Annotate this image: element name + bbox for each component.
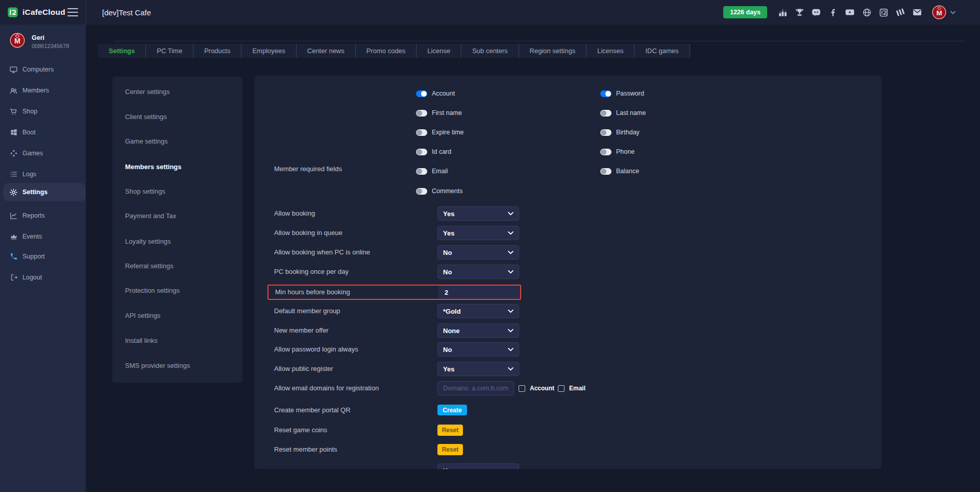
settings-menu-item-members[interactable]: Members settings	[125, 162, 182, 172]
form-row: Allow password login always No	[254, 342, 881, 357]
tab-promo-codes[interactable]: Promo codes	[356, 44, 417, 58]
settings-menu-item-api[interactable]: API settings	[125, 311, 160, 320]
chevron-down-icon	[508, 231, 513, 235]
min-hours-input[interactable]	[438, 286, 520, 299]
comments-toggle[interactable]	[416, 188, 427, 195]
sidebar-item-support[interactable]: Support	[0, 247, 86, 266]
cafe-title: [dev]Test Cafe	[102, 0, 151, 25]
password-toggle[interactable]	[600, 90, 611, 97]
tab-sub-centers[interactable]: Sub centers	[461, 44, 519, 58]
sidebar-item-reports[interactable]: Reports	[0, 206, 86, 225]
brand-name: iCafeCloud	[22, 8, 65, 17]
form-row: Reset member points Reset	[254, 442, 881, 457]
first-name-toggle[interactable]	[416, 110, 427, 116]
allow-booking-in-queue-select[interactable]: Yes	[437, 226, 519, 240]
settings-menu-item-payment[interactable]: Payment and Tax	[125, 212, 176, 221]
topbar-right: 1226 days M	[723, 0, 955, 25]
reset-member-points-button[interactable]: Reset	[437, 444, 463, 455]
ranking-icon[interactable]	[777, 7, 788, 17]
facebook-icon[interactable]	[828, 7, 838, 17]
icafecloud-site-icon[interactable]	[878, 7, 889, 17]
tab-licenses[interactable]: Licenses	[586, 44, 634, 58]
birthday-toggle[interactable]	[600, 129, 611, 136]
email-domains-input[interactable]	[437, 381, 514, 395]
tab-center-news[interactable]: Center news	[297, 44, 356, 58]
tabs-divider-line	[114, 41, 965, 41]
layers-icon[interactable]	[895, 7, 905, 17]
settings-menu-item-protection[interactable]: Protection settings	[125, 286, 180, 295]
sidebar-item-settings[interactable]: Settings	[3, 183, 86, 201]
account-toggle[interactable]	[416, 90, 427, 97]
sidebar-item-computers[interactable]: Computers	[0, 60, 86, 79]
discord-icon[interactable]	[811, 7, 821, 17]
windows-icon	[9, 128, 18, 137]
sidebar-item-logout[interactable]: Logout	[0, 268, 86, 287]
email-checkbox[interactable]	[558, 385, 565, 392]
settings-menu-item-install[interactable]: Install links	[125, 336, 158, 345]
sidebar-item-members[interactable]: Members	[0, 81, 86, 100]
default-member-group-select[interactable]: *Gold	[437, 304, 519, 318]
tab-idc-games[interactable]: IDC games	[634, 44, 690, 58]
sidebar-user[interactable]: M Geri 008612345678	[0, 25, 86, 56]
tab-employees[interactable]: Employees	[241, 44, 296, 58]
sidebar-item-games[interactable]: Games	[0, 144, 86, 162]
create-qr-button[interactable]: Create	[437, 405, 467, 415]
min-hours-row-highlighted: Min hours before booking	[267, 285, 521, 300]
users-icon	[9, 86, 18, 95]
balance-toggle[interactable]	[600, 168, 611, 175]
brand-logo[interactable]: iCafeCloud	[7, 0, 65, 25]
form-row: Create member portal QR Create	[254, 403, 881, 417]
tab-products[interactable]: Products	[193, 44, 241, 58]
settings-menu-item-game[interactable]: Game settings	[125, 137, 168, 146]
youtube-icon[interactable]	[845, 7, 855, 17]
sidebar-item-boot[interactable]: Boot	[0, 123, 86, 142]
id-card-toggle[interactable]	[416, 149, 427, 155]
hamburger-menu-icon[interactable]	[67, 8, 78, 16]
clipped-select[interactable]: Yes	[437, 463, 519, 469]
form-row: New member offer None	[254, 323, 881, 338]
chevron-down-icon	[508, 329, 513, 333]
trophy-icon[interactable]	[794, 7, 804, 17]
reset-game-coins-button[interactable]: Reset	[437, 425, 463, 436]
list-icon	[9, 170, 18, 179]
allow-password-login-select[interactable]: No	[437, 342, 519, 357]
tab-license[interactable]: License	[416, 44, 461, 58]
last-name-toggle[interactable]	[600, 110, 611, 116]
field-label: Member required fields	[274, 165, 342, 173]
new-member-offer-select[interactable]: None	[437, 323, 519, 338]
license-days-badge[interactable]: 1226 days	[723, 6, 767, 18]
user-name: Geri	[32, 34, 44, 41]
main-content: Settings PC Time Products Employees Cent…	[86, 25, 980, 492]
form-row: Allow public register Yes	[254, 362, 881, 376]
tab-pc-time[interactable]: PC Time	[146, 44, 193, 58]
form-row: Allow booking in queue Yes	[254, 226, 881, 240]
settings-menu-item-referral[interactable]: Referral settings	[125, 262, 174, 271]
pc-booking-once-per-day-select[interactable]: No	[437, 265, 519, 279]
settings-menu-item-sms[interactable]: SMS provider settings	[125, 361, 190, 370]
tab-region-settings[interactable]: Region settings	[519, 44, 587, 58]
allow-booking-pc-online-select[interactable]: No	[437, 245, 519, 260]
allow-public-register-select[interactable]: Yes	[437, 362, 519, 376]
expire-time-toggle[interactable]	[416, 129, 427, 136]
email-toggle[interactable]	[416, 168, 427, 175]
account-checkbox[interactable]	[519, 385, 525, 392]
user-avatar-menu[interactable]: M	[932, 5, 955, 20]
allow-booking-select[interactable]: Yes	[437, 206, 519, 221]
form-row-clipped: Yes	[254, 463, 881, 469]
settings-menu-item-client[interactable]: Client settings	[125, 112, 167, 122]
settings-menu-item-loyalty[interactable]: Loyalty settings	[125, 237, 171, 246]
sidebar-item-events[interactable]: Events	[0, 227, 86, 246]
globe-icon[interactable]	[862, 7, 872, 17]
phone-toggle[interactable]	[600, 149, 611, 155]
mail-icon[interactable]	[912, 7, 922, 17]
app-window: iCafeCloud [dev]Test Cafe 1226 days M	[0, 0, 980, 492]
settings-menu-item-shop[interactable]: Shop settings	[125, 187, 165, 196]
sidebar: M Geri 008612345678 Computers Members Sh…	[0, 25, 86, 492]
chart-icon	[9, 212, 18, 220]
topbar-divider	[86, 0, 86, 25]
sidebar-item-shop[interactable]: Shop	[0, 102, 86, 121]
settings-menu-item-center[interactable]: Center settings	[125, 87, 169, 97]
sidebar-item-logs[interactable]: Logs	[0, 165, 86, 183]
tab-settings[interactable]: Settings	[98, 44, 146, 58]
form-row: PC booking once per day No	[254, 265, 881, 279]
